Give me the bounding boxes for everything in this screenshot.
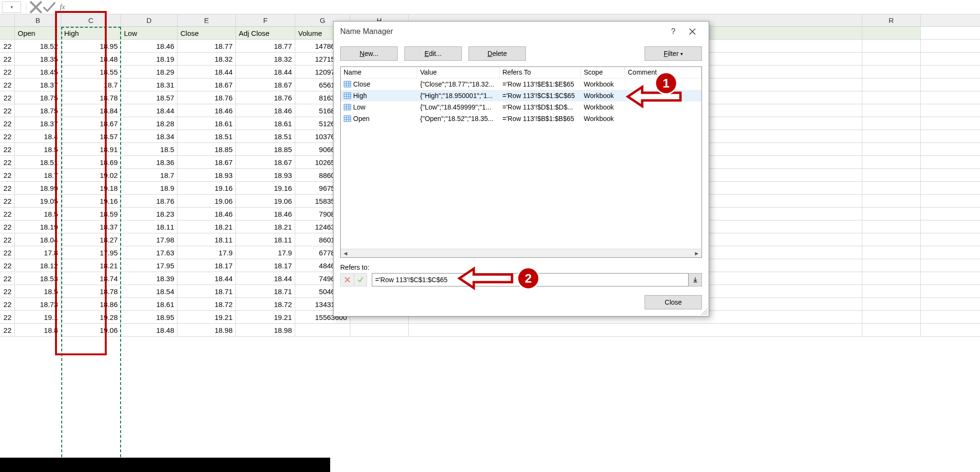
formula-input[interactable] [69,1,978,13]
cell[interactable]: Close [178,27,236,39]
cell[interactable]: 18.93 [178,169,236,181]
cell[interactable]: 18.39 [121,272,178,285]
cell[interactable]: High [61,27,121,39]
cell[interactable]: 19.28 [61,311,121,323]
cell[interactable]: 22 [0,246,15,259]
cell[interactable]: 18.54 [121,285,178,297]
cell[interactable]: 18.7 [61,78,121,91]
cell[interactable]: 18.11 [236,233,295,246]
cell[interactable]: 18.75 [15,104,61,117]
cell[interactable]: 18.86 [61,298,121,310]
cell[interactable]: 18.44 [236,66,295,78]
cell[interactable]: 18.4 [15,130,61,143]
cell[interactable]: 22 [0,156,15,168]
cell[interactable]: 18.7 [121,169,178,181]
cell[interactable]: 22 [0,208,15,220]
cell[interactable]: 18.37 [15,78,61,91]
cell[interactable]: 18.8 [15,324,61,336]
cell[interactable]: 22 [0,220,15,233]
cell[interactable]: 18.71 [178,285,236,297]
cell[interactable] [862,182,921,194]
cell[interactable]: 18.44 [121,104,178,117]
cell[interactable]: 22 [0,130,15,143]
cell[interactable]: 18.67 [178,156,236,168]
cell[interactable]: 18.59 [61,208,121,220]
cell[interactable] [862,233,921,246]
cell[interactable]: 18.51 [236,130,295,143]
cell[interactable] [862,285,921,297]
cell[interactable]: 18.12 [15,259,61,272]
cell[interactable] [862,40,921,52]
cell[interactable]: 22 [0,182,15,194]
cell[interactable]: 22 [0,311,15,323]
cell[interactable]: 18.17 [178,259,236,272]
cell[interactable]: 18.51 [15,156,61,168]
cell[interactable]: 18.29 [121,66,178,78]
cell[interactable]: 17.95 [61,246,121,259]
cell[interactable]: 17.8 [15,246,61,259]
cell[interactable]: 19.18 [61,182,121,194]
cell[interactable]: 18.23 [121,208,178,220]
cell[interactable]: 18.78 [61,91,121,104]
cell[interactable]: 18.95 [121,311,178,323]
cell[interactable]: 19.05 [15,195,61,207]
cell[interactable]: 18.44 [178,272,236,285]
cell[interactable]: 18.77 [236,40,295,52]
cell[interactable]: 18.28 [121,117,178,130]
refers-accept-button[interactable] [354,273,367,286]
cell[interactable] [862,27,921,39]
cell[interactable] [350,324,409,336]
cell[interactable]: 18.5 [121,143,178,155]
cell[interactable] [862,298,921,310]
delete-button[interactable]: Delete [468,46,526,61]
list-item[interactable]: Close{"Close";"18.77";"18.32...='Row 113… [341,78,702,90]
cell[interactable]: 17.98 [121,233,178,246]
cell[interactable]: 18.11 [121,220,178,233]
cell[interactable] [862,91,921,104]
cell[interactable]: 18.77 [178,40,236,52]
col-header-D[interactable]: D [121,14,178,26]
cell[interactable] [862,195,921,207]
cell[interactable]: 18.04 [15,233,61,246]
cell[interactable]: 18.46 [178,208,236,220]
cell[interactable]: 19.21 [178,311,236,323]
cell[interactable]: 18.73 [15,298,61,310]
cell[interactable]: 22 [0,91,15,104]
cell[interactable]: 19.1 [15,311,61,323]
cell[interactable]: 18.46 [178,104,236,117]
cell[interactable] [862,104,921,117]
cell[interactable]: 19.16 [178,182,236,194]
col-header-corner[interactable] [0,14,15,26]
cell[interactable]: 18.9 [121,182,178,194]
refers-to-input[interactable] [372,273,689,286]
cancel-formula-button[interactable] [29,1,43,13]
cell[interactable]: 18.11 [178,233,236,246]
cell[interactable]: 18.99 [15,182,61,194]
col-header-F[interactable]: F [236,14,295,26]
collapse-dialog-button[interactable] [689,273,702,286]
col-header-B[interactable]: B [15,14,61,26]
cell[interactable]: 19.02 [61,169,121,181]
cell[interactable]: 18.46 [121,40,178,52]
refers-cancel-button[interactable] [340,273,354,286]
cell[interactable]: 18.67 [236,78,295,91]
help-button[interactable]: ? [664,22,683,41]
cell[interactable]: 22 [0,143,15,155]
list-item[interactable]: Open{"Open";"18.52";"18.35...='Row 113'!… [341,113,702,124]
col-scope[interactable]: Scope [581,67,625,78]
cell[interactable]: 18.21 [61,259,121,272]
cell[interactable]: 22 [0,298,15,310]
cell[interactable]: 22 [0,259,15,272]
cell[interactable]: 18.91 [61,143,121,155]
cell[interactable]: 18.93 [236,169,295,181]
cell[interactable]: 18.57 [121,91,178,104]
cell[interactable]: 18.32 [178,53,236,65]
cell[interactable]: 22 [0,285,15,297]
name-box[interactable]: ▾ [2,1,21,13]
cell[interactable]: 18.76 [178,91,236,104]
cell[interactable]: 18.85 [178,143,236,155]
cell[interactable]: 22 [0,233,15,246]
cell[interactable] [862,259,921,272]
cell[interactable]: 18.21 [236,220,295,233]
cell[interactable]: 18.44 [178,66,236,78]
